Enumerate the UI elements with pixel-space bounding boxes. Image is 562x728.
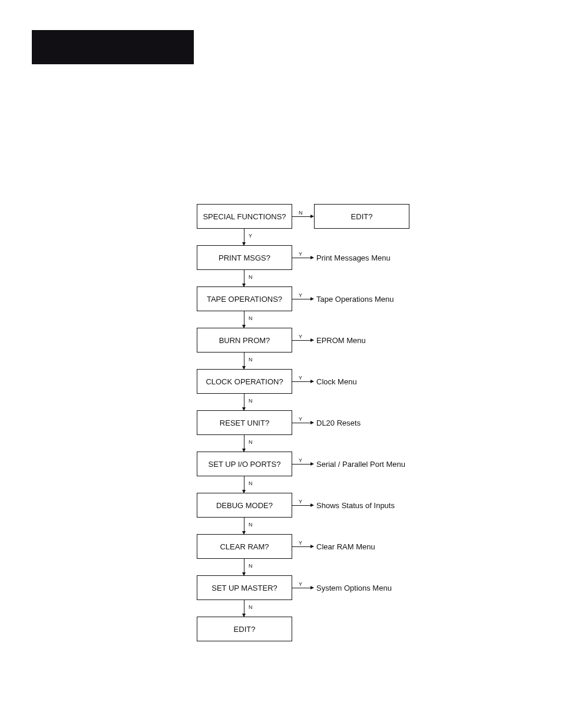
flow-right-text: EPROM Menu <box>316 336 366 345</box>
flow-box-label: PRINT MSGS? <box>219 253 270 262</box>
flow-right-arrow <box>292 546 313 547</box>
flow-right-label: Y <box>299 292 302 298</box>
flow-down-label: N <box>249 604 253 610</box>
flow-down-arrow <box>244 518 244 534</box>
flow-right-box-label: EDIT? <box>351 212 373 221</box>
flow-box-label: CLEAR RAM? <box>220 542 269 551</box>
flow-row: PRINT MSGS? Y Print Messages Menu N <box>197 245 415 270</box>
flow-row: BURN PROM? Y EPROM Menu N <box>197 328 415 353</box>
flow-box: RESET UNIT? <box>197 410 292 435</box>
flow-box: DEBUG MODE? <box>197 493 292 518</box>
flow-down-label: N <box>249 315 253 321</box>
flow-box-label: RESET UNIT? <box>220 419 269 427</box>
flow-row: EDIT? <box>197 617 415 641</box>
flow-right-label: Y <box>299 457 302 463</box>
flow-down-label: N <box>249 398 253 404</box>
flow-right-text: Serial / Parallel Port Menu <box>316 460 405 469</box>
flow-right-arrow <box>292 216 313 217</box>
flow-down-label: N <box>249 357 253 363</box>
flow-down-label: N <box>249 439 253 445</box>
flow-box: CLEAR RAM? <box>197 534 292 559</box>
flow-down-arrow <box>244 435 244 452</box>
flow-box-label: DEBUG MODE? <box>216 501 273 510</box>
flow-right-label: Y <box>299 540 302 546</box>
header-black-block <box>32 30 194 64</box>
flow-box: TAPE OPERATIONS? <box>197 286 292 311</box>
flow-right-arrow <box>292 299 313 299</box>
flow-down-arrow <box>244 476 244 493</box>
flow-right-label: N <box>299 210 303 216</box>
flow-right-label: Y <box>299 334 302 340</box>
flow-right-label: Y <box>299 581 302 587</box>
flow-right-text: DL20 Resets <box>316 419 361 427</box>
flow-down-label: Y <box>249 233 252 239</box>
flow-box: SPECIAL FUNCTIONS? <box>197 204 292 229</box>
flow-box-label: SET UP I/O PORTS? <box>209 460 281 469</box>
flow-down-label: N <box>249 274 253 280</box>
flow-right-arrow <box>292 381 313 382</box>
flow-box-label: SPECIAL FUNCTIONS? <box>203 212 286 221</box>
flow-right-text: System Options Menu <box>316 584 392 592</box>
flow-box-label: EDIT? <box>234 625 256 634</box>
flow-row: CLEAR RAM? Y Clear RAM Menu N <box>197 534 415 559</box>
flow-down-arrow <box>244 600 244 617</box>
flow-right-text: Shows Status of Inputs <box>316 501 395 510</box>
flow-box: CLOCK OPERATION? <box>197 369 292 394</box>
flow-box-label: SET UP MASTER? <box>211 584 277 592</box>
flow-right-arrow <box>292 423 313 423</box>
flow-row: DEBUG MODE? Y Shows Status of Inputs N <box>197 493 415 518</box>
flowchart: SPECIAL FUNCTIONS? N EDIT? Y PRINT MSGS?… <box>197 204 415 641</box>
flow-down-label: N <box>249 522 253 528</box>
flow-down-arrow <box>244 353 244 369</box>
flow-down-label: N <box>249 480 253 486</box>
flow-right-arrow <box>292 340 313 341</box>
flow-right-box: EDIT? <box>314 204 409 229</box>
flow-right-text: Clock Menu <box>316 377 357 386</box>
flow-down-label: N <box>249 563 253 569</box>
flow-right-label: Y <box>299 375 302 381</box>
flow-down-arrow <box>244 311 244 328</box>
flow-box-label: BURN PROM? <box>219 336 270 345</box>
flow-right-label: Y <box>299 251 302 257</box>
flow-row: SET UP MASTER? Y System Options Menu N <box>197 575 415 600</box>
flow-box: BURN PROM? <box>197 328 292 353</box>
flow-box: EDIT? <box>197 617 292 641</box>
flow-row: RESET UNIT? Y DL20 Resets N <box>197 410 415 435</box>
flow-box: SET UP MASTER? <box>197 575 292 600</box>
page: SPECIAL FUNCTIONS? N EDIT? Y PRINT MSGS?… <box>0 0 562 728</box>
flow-box-label: TAPE OPERATIONS? <box>207 295 282 304</box>
flow-box: PRINT MSGS? <box>197 245 292 270</box>
flow-right-arrow <box>292 505 313 506</box>
flow-box: SET UP I/O PORTS? <box>197 452 292 476</box>
flow-row: CLOCK OPERATION? Y Clock Menu N <box>197 369 415 394</box>
flow-down-arrow <box>244 270 244 286</box>
flow-down-arrow <box>244 394 244 410</box>
flow-box-label: CLOCK OPERATION? <box>206 377 283 386</box>
flow-right-arrow <box>292 464 313 465</box>
flow-row: SPECIAL FUNCTIONS? N EDIT? Y <box>197 204 415 229</box>
flow-down-arrow <box>244 559 244 575</box>
flow-right-text: Print Messages Menu <box>316 253 391 262</box>
flow-right-arrow <box>292 588 313 588</box>
flow-row: SET UP I/O PORTS? Y Serial / Parallel Po… <box>197 452 415 476</box>
flow-right-label: Y <box>299 499 302 505</box>
flow-down-arrow <box>244 229 244 245</box>
flow-right-text: Clear RAM Menu <box>316 542 375 551</box>
flow-right-arrow <box>292 258 313 258</box>
flow-row: TAPE OPERATIONS? Y Tape Operations Menu … <box>197 286 415 311</box>
flow-right-label: Y <box>299 416 302 422</box>
flow-right-text: Tape Operations Menu <box>316 295 394 304</box>
